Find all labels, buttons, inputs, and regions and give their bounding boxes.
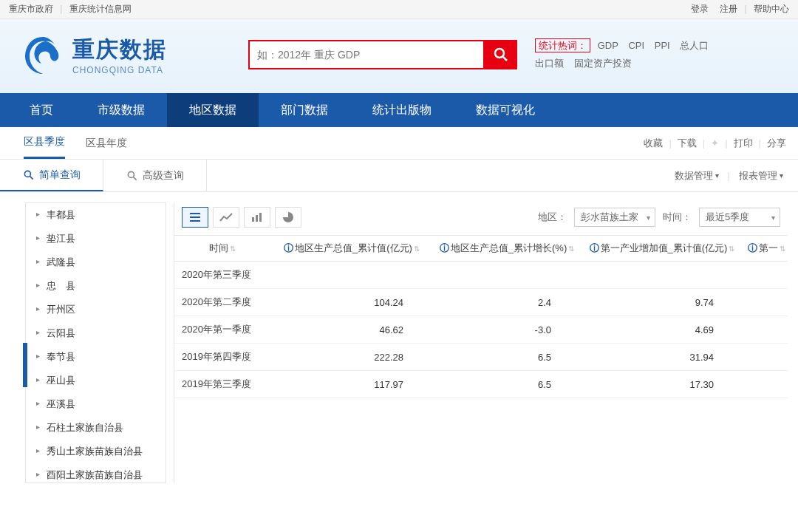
col-header[interactable]: ⓘ第一产业增加值_累计值(亿元)⇅ <box>581 236 743 262</box>
col-header[interactable]: ⓘ地区生产总值_累计值(亿元)⇅ <box>270 236 433 262</box>
subtab-1[interactable]: 区县年度 <box>86 127 127 159</box>
county-item[interactable]: 垫江县 <box>26 227 166 250</box>
info-icon[interactable]: ⓘ <box>284 242 293 253</box>
fav-action[interactable]: 收藏 <box>644 137 663 150</box>
cell-time: 2020年第二季度 <box>174 289 270 316</box>
col-header[interactable]: 时间⇅ <box>174 236 270 262</box>
search-icon <box>126 170 138 182</box>
time-select[interactable]: 最近5季度 <box>699 208 780 227</box>
cell-value: -3.0 <box>433 316 581 344</box>
cell-value <box>581 262 743 289</box>
info-icon[interactable]: ⓘ <box>440 242 449 253</box>
gov-link[interactable]: 重庆市政府 <box>9 4 53 14</box>
register-link[interactable]: 注册 <box>720 4 737 14</box>
nav-4[interactable]: 统计出版物 <box>350 93 454 127</box>
stats-link[interactable]: 重庆统计信息网 <box>69 4 132 14</box>
cell-time: 2019年第三季度 <box>174 371 270 398</box>
cell-value: 117.97 <box>270 371 433 398</box>
data-table: 时间⇅ⓘ地区生产总值_累计值(亿元)⇅ⓘ地区生产总值_累计增长(%)⇅ⓘ第一产业… <box>174 235 788 398</box>
info-icon[interactable]: ⓘ <box>590 242 599 253</box>
subnav-actions: 收藏| 下载| ✦| 打印| 分享 <box>644 137 786 150</box>
svg-point-2 <box>24 171 30 177</box>
table-row: 2019年第四季度222.286.531.94 <box>174 344 788 371</box>
search-input[interactable] <box>248 40 485 69</box>
advanced-query-tab[interactable]: 高级查询 <box>103 160 207 191</box>
county-item[interactable]: 巫山县 <box>26 369 166 392</box>
cell-value <box>743 289 788 316</box>
share-action[interactable]: 分享 <box>767 137 786 150</box>
nav-1[interactable]: 市级数据 <box>75 93 167 127</box>
header: 重庆数据 CHONGQING DATA 统计热词： GDP CPI PPI 总人… <box>0 19 798 93</box>
main-content: 丰都县垫江县武隆县忠 县开州区云阳县奉节县巫山县巫溪县石柱土家族自治县秀山土家族… <box>0 192 798 483</box>
cell-value: 6.5 <box>433 371 581 398</box>
cell-value <box>743 344 788 371</box>
cell-value: 9.74 <box>581 289 743 316</box>
sidebar-handle[interactable] <box>23 343 27 387</box>
hot-pop[interactable]: 总人口 <box>680 40 709 51</box>
cell-value: 104.24 <box>270 289 433 316</box>
cell-value <box>433 262 581 289</box>
svg-line-1 <box>503 57 507 61</box>
county-item[interactable]: 酉阳土家族苗族自治县 <box>26 463 166 483</box>
data-panel: 地区： 彭水苗族土家 时间： 最近5季度 时间⇅ⓘ地区生产总值_累计值(亿元)⇅… <box>174 202 788 483</box>
col-header[interactable]: ⓘ地区生产总值_累计增长(%)⇅ <box>433 236 581 262</box>
print-action[interactable]: 打印 <box>734 137 753 150</box>
county-item[interactable]: 开州区 <box>26 298 166 321</box>
login-link[interactable]: 登录 <box>691 4 709 14</box>
hot-ppi[interactable]: PPI <box>655 40 670 51</box>
hot-gdp[interactable]: GDP <box>598 40 618 51</box>
nav-0[interactable]: 首页 <box>7 93 75 127</box>
bar-chart-button[interactable] <box>244 207 270 228</box>
logo-title-en: CHONGQING DATA <box>72 65 167 75</box>
cell-time: 2019年第四季度 <box>174 344 270 371</box>
simple-query-tab[interactable]: 简单查询 <box>0 160 103 191</box>
county-sidebar[interactable]: 丰都县垫江县武隆县忠 县开州区云阳县奉节县巫山县巫溪县石柱土家族自治县秀山土家族… <box>25 202 166 483</box>
county-item[interactable]: 秀山土家族苗族自治县 <box>26 440 166 463</box>
data-manage[interactable]: 数据管理 ▾ <box>675 169 719 183</box>
table-row: 2019年第三季度117.976.517.30 <box>174 371 788 398</box>
search-button[interactable] <box>485 40 517 69</box>
list-icon <box>188 212 202 222</box>
logo[interactable]: 重庆数据 CHONGQING DATA <box>21 33 167 77</box>
county-item[interactable]: 巫溪县 <box>26 392 166 416</box>
search-icon <box>494 47 508 62</box>
county-item[interactable]: 丰都县 <box>26 203 166 227</box>
table-row: 2020年第三季度 <box>174 262 788 289</box>
county-item[interactable]: 云阳县 <box>26 321 166 345</box>
hot-cpi[interactable]: CPI <box>628 40 644 51</box>
subtab-0[interactable]: 区县季度 <box>24 127 65 159</box>
svg-line-3 <box>30 176 33 179</box>
county-item[interactable]: 忠 县 <box>26 274 166 298</box>
search-icon <box>23 169 35 181</box>
county-item[interactable]: 奉节县 <box>26 345 166 369</box>
cell-value: 222.28 <box>270 344 433 371</box>
nav-2[interactable]: 地区数据 <box>167 93 259 127</box>
share-weibo-action[interactable]: ✦ <box>711 137 719 149</box>
region-select[interactable]: 彭水苗族土家 <box>574 208 655 227</box>
line-chart-button[interactable] <box>213 207 239 228</box>
county-item[interactable]: 石柱土家族自治县 <box>26 416 166 440</box>
col-header[interactable]: ⓘ第一⇅ <box>743 236 788 262</box>
report-manage[interactable]: 报表管理 ▾ <box>739 169 783 183</box>
hot-export[interactable]: 出口额 <box>535 58 564 69</box>
svg-line-5 <box>133 177 136 180</box>
nav-5[interactable]: 数据可视化 <box>454 93 557 127</box>
svg-rect-9 <box>252 217 254 222</box>
info-icon[interactable]: ⓘ <box>748 242 757 253</box>
region-label: 地区： <box>538 211 567 224</box>
cell-value <box>743 262 788 289</box>
table-row: 2020年第二季度104.242.49.74 <box>174 289 788 316</box>
pie-chart-icon <box>282 211 294 223</box>
hot-invest[interactable]: 固定资产投资 <box>574 58 632 69</box>
cell-value: 17.30 <box>581 371 743 398</box>
time-label: 时间： <box>663 211 692 224</box>
county-item[interactable]: 武隆县 <box>26 250 166 274</box>
hot-words: 统计热词： GDP CPI PPI 总人口 出口额 固定资产投资 <box>535 39 716 70</box>
cell-time: 2020年第三季度 <box>174 262 270 289</box>
cell-value: 6.5 <box>433 344 581 371</box>
list-view-button[interactable] <box>182 207 208 228</box>
help-link[interactable]: 帮助中心 <box>754 4 789 14</box>
nav-3[interactable]: 部门数据 <box>259 93 350 127</box>
download-action[interactable]: 下载 <box>678 137 697 150</box>
pie-chart-button[interactable] <box>275 207 301 228</box>
